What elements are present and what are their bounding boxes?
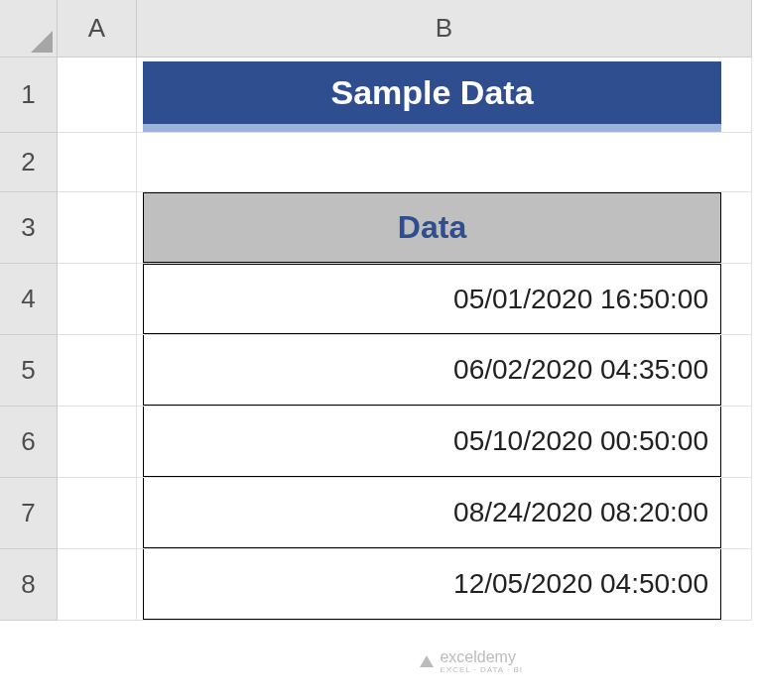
row-header-2[interactable]: 2 — [0, 133, 58, 192]
cell-B6[interactable]: 05/10/2020 00:50:00 — [137, 407, 752, 478]
row-header-7[interactable]: 7 — [0, 478, 58, 549]
cell-A8[interactable] — [58, 549, 137, 621]
row-header-3[interactable]: 3 — [0, 192, 58, 264]
watermark-icon — [420, 655, 434, 667]
watermark-text: exceldemy EXCEL · DATA · BI — [440, 648, 523, 674]
cell-A5[interactable] — [58, 335, 137, 407]
cell-B1[interactable]: Sample Data — [137, 58, 752, 133]
table-row: 12/05/2020 04:50:00 — [143, 549, 721, 620]
cell-B7[interactable]: 08/24/2020 08:20:00 — [137, 478, 752, 549]
row-header-6[interactable]: 6 — [0, 407, 58, 478]
table-row: 08/24/2020 08:20:00 — [143, 478, 721, 548]
col-header-A[interactable]: A — [58, 0, 137, 58]
table-header: Data — [143, 192, 721, 263]
row-header-4[interactable]: 4 — [0, 264, 58, 335]
col-header-B[interactable]: B — [137, 0, 752, 58]
watermark-tagline: EXCEL · DATA · BI — [440, 666, 523, 674]
table-row: 06/02/2020 04:35:00 — [143, 335, 721, 406]
cell-A3[interactable] — [58, 192, 137, 264]
cell-A4[interactable] — [58, 264, 137, 335]
spreadsheet-grid: A B 1 2 3 4 5 6 7 8 Sample Data Data 05/… — [0, 0, 761, 621]
cell-A7[interactable] — [58, 478, 137, 549]
cell-B2[interactable] — [137, 133, 752, 192]
cell-B8[interactable]: 12/05/2020 04:50:00 — [137, 549, 752, 621]
table-row: 05/10/2020 00:50:00 — [143, 407, 721, 477]
cell-B4[interactable]: 05/01/2020 16:50:00 — [137, 264, 752, 335]
row-header-1[interactable]: 1 — [0, 58, 58, 133]
cell-B5[interactable]: 06/02/2020 04:35:00 — [137, 335, 752, 407]
table-row: 05/01/2020 16:50:00 — [143, 264, 721, 334]
cell-B3[interactable]: Data — [137, 192, 752, 264]
watermark: exceldemy EXCEL · DATA · BI — [420, 648, 523, 674]
select-all-corner[interactable] — [0, 0, 58, 58]
cell-A1[interactable] — [58, 58, 137, 133]
watermark-name: exceldemy — [440, 648, 515, 665]
cell-A2[interactable] — [58, 133, 137, 192]
title-banner: Sample Data — [143, 61, 721, 132]
row-header-5[interactable]: 5 — [0, 335, 58, 407]
row-header-8[interactable]: 8 — [0, 549, 58, 621]
cell-A6[interactable] — [58, 407, 137, 478]
